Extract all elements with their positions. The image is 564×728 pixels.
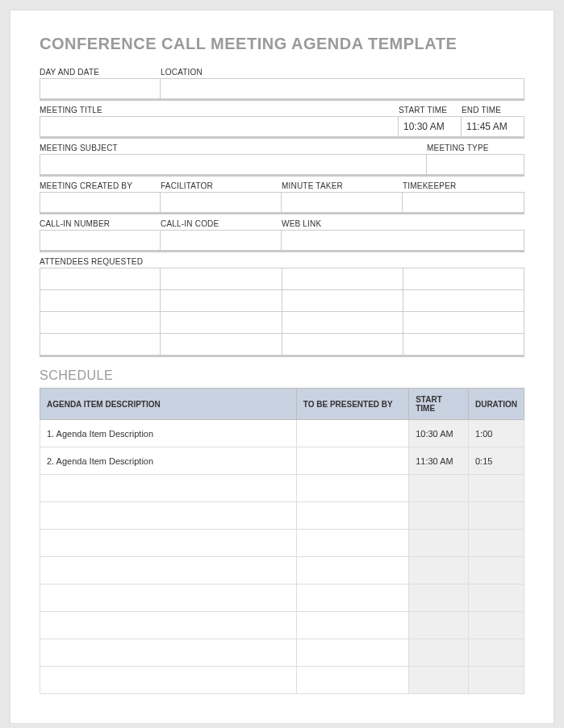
document-page: CONFERENCE CALL MEETING AGENDA TEMPLATE … [10, 10, 554, 724]
label-location: LOCATION [161, 68, 524, 77]
cell-start[interactable] [409, 502, 469, 530]
cell-duration[interactable]: 1:00 [468, 420, 524, 447]
cell-duration[interactable]: 0:15 [468, 447, 524, 475]
label-start-time: START TIME [399, 106, 462, 114]
table-row [40, 639, 524, 667]
table-row [40, 530, 524, 557]
attendee-cell[interactable] [403, 289, 524, 312]
label-attendees: ATTENDEES REQUESTED [40, 257, 524, 266]
field-meeting-title[interactable] [40, 116, 399, 137]
th-start: START TIME [409, 389, 469, 420]
cell-desc[interactable]: 1. Agenda Item Description [40, 420, 297, 447]
label-meeting-subject: MEETING SUBJECT [40, 144, 427, 152]
field-meeting-subject[interactable] [40, 154, 427, 175]
table-row [40, 584, 524, 612]
label-meeting-type: MEETING TYPE [427, 144, 524, 152]
label-web-link: WEB LINK [282, 219, 524, 228]
field-location[interactable] [161, 78, 524, 99]
field-end-time[interactable]: 11:45 AM [462, 116, 524, 137]
cell-start[interactable]: 11:30 AM [409, 447, 469, 475]
attendee-cell[interactable] [403, 333, 524, 356]
table-row [40, 612, 524, 639]
field-facilitator[interactable] [161, 192, 282, 213]
th-presented-by: TO BE PRESENTED BY [296, 389, 408, 420]
field-timekeeper[interactable] [403, 192, 524, 213]
cell-duration[interactable] [468, 502, 524, 530]
cell-presented-by[interactable] [296, 667, 408, 694]
cell-desc[interactable] [40, 584, 297, 612]
attendee-cell[interactable] [160, 268, 282, 290]
cell-duration[interactable] [468, 557, 524, 584]
row-title-times: MEETING TITLE START TIME 10:30 AM END TI… [40, 106, 524, 139]
label-timekeeper: TIMEKEEPER [403, 181, 524, 190]
cell-start[interactable]: 10:30 AM [409, 420, 469, 447]
table-row [40, 557, 524, 584]
row-roles: MEETING CREATED BY FACILITATOR MINUTE TA… [40, 181, 524, 214]
cell-start[interactable] [409, 584, 469, 612]
attendee-cell[interactable] [40, 333, 161, 356]
row-date-location: DAY AND DATE LOCATION [40, 68, 524, 101]
table-row: 1. Agenda Item Description10:30 AM1:00 [40, 420, 524, 447]
cell-presented-by[interactable] [296, 475, 408, 502]
cell-presented-by[interactable] [296, 612, 408, 639]
attendee-cell[interactable] [40, 311, 161, 334]
cell-start[interactable] [409, 475, 469, 502]
table-row [40, 475, 524, 502]
attendee-cell[interactable] [282, 333, 403, 356]
cell-desc[interactable] [40, 530, 297, 557]
cell-duration[interactable] [468, 475, 524, 502]
attendee-cell[interactable] [282, 311, 403, 334]
cell-desc[interactable] [40, 475, 297, 502]
attendee-cell[interactable] [160, 311, 282, 334]
cell-start[interactable] [409, 667, 469, 694]
th-desc: AGENDA ITEM DESCRIPTION [40, 389, 297, 420]
cell-duration[interactable] [468, 530, 524, 557]
attendees-grid [40, 268, 524, 357]
label-created-by: MEETING CREATED BY [40, 181, 161, 190]
field-callin-number[interactable] [40, 230, 161, 251]
attendee-cell[interactable] [160, 333, 282, 356]
cell-desc[interactable] [40, 612, 297, 639]
cell-start[interactable] [409, 557, 469, 584]
schedule-table: AGENDA ITEM DESCRIPTION TO BE PRESENTED … [40, 388, 524, 694]
table-row [40, 502, 524, 530]
page-title: CONFERENCE CALL MEETING AGENDA TEMPLATE [40, 35, 524, 53]
cell-presented-by[interactable] [296, 639, 408, 667]
cell-duration[interactable] [468, 667, 524, 694]
cell-desc[interactable] [40, 639, 297, 667]
row-subject-type: MEETING SUBJECT MEETING TYPE [40, 144, 524, 177]
attendee-cell[interactable] [40, 268, 161, 290]
cell-start[interactable] [409, 530, 469, 557]
attendee-cell[interactable] [160, 289, 282, 312]
cell-duration[interactable] [468, 612, 524, 639]
cell-start[interactable] [409, 612, 469, 639]
cell-presented-by[interactable] [296, 420, 408, 447]
field-meeting-type[interactable] [427, 154, 524, 175]
cell-start[interactable] [409, 639, 469, 667]
cell-presented-by[interactable] [296, 584, 408, 612]
cell-desc[interactable] [40, 557, 297, 584]
field-created-by[interactable] [40, 192, 161, 213]
schedule-heading: SCHEDULE [40, 368, 524, 383]
cell-desc[interactable]: 2. Agenda Item Description [40, 447, 297, 475]
attendee-cell[interactable] [40, 289, 161, 312]
cell-desc[interactable] [40, 502, 297, 530]
cell-duration[interactable] [468, 584, 524, 612]
attendee-cell[interactable] [403, 311, 524, 334]
attendee-cell[interactable] [282, 268, 403, 290]
cell-presented-by[interactable] [296, 530, 408, 557]
cell-desc[interactable] [40, 667, 297, 694]
field-minute-taker[interactable] [282, 192, 403, 213]
field-web-link[interactable] [282, 230, 524, 251]
cell-presented-by[interactable] [296, 447, 408, 475]
cell-duration[interactable] [468, 639, 524, 667]
cell-presented-by[interactable] [296, 502, 408, 530]
field-day-date[interactable] [40, 78, 161, 99]
field-callin-code[interactable] [161, 230, 282, 251]
attendee-cell[interactable] [282, 289, 403, 312]
cell-presented-by[interactable] [296, 557, 408, 584]
field-start-time[interactable]: 10:30 AM [399, 116, 462, 137]
th-duration: DURATION [468, 389, 524, 420]
label-minute-taker: MINUTE TAKER [282, 181, 403, 190]
attendee-cell[interactable] [403, 268, 524, 290]
